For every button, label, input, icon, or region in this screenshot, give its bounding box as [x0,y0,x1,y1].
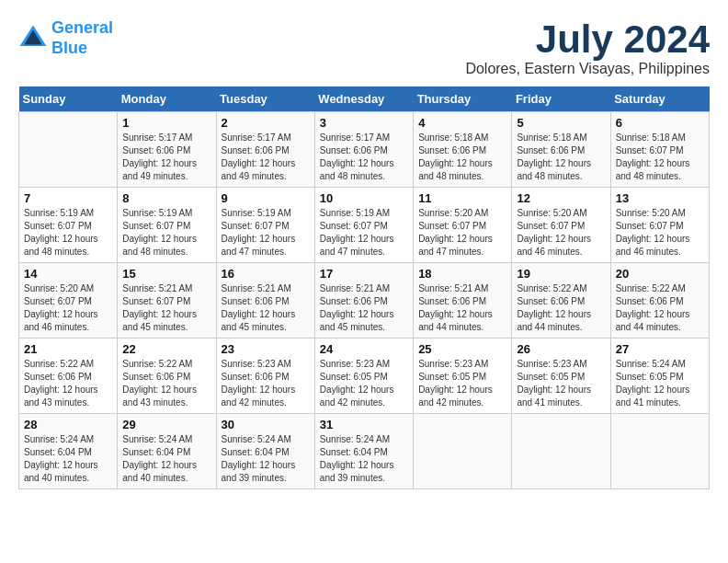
page-subtitle: Dolores, Eastern Visayas, Philippines [465,61,710,77]
day-detail: Sunrise: 5:24 AMSunset: 6:04 PMDaylight:… [122,433,210,485]
calendar-cell [19,112,118,188]
calendar-cell: 10Sunrise: 5:19 AMSunset: 6:07 PMDayligh… [314,188,413,263]
day-header-thursday: Thursday [414,86,512,112]
day-detail: Sunrise: 5:17 AMSunset: 6:06 PMDaylight:… [122,132,210,183]
day-header-saturday: Saturday [610,86,709,112]
day-detail: Sunrise: 5:19 AMSunset: 6:07 PMDaylight:… [122,207,210,259]
week-row-1: 1Sunrise: 5:17 AMSunset: 6:06 PMDaylight… [19,112,710,188]
week-row-4: 21Sunrise: 5:22 AMSunset: 6:06 PMDayligh… [19,339,710,414]
day-number: 25 [418,342,506,356]
week-row-3: 14Sunrise: 5:20 AMSunset: 6:07 PMDayligh… [19,263,710,339]
calendar-cell [610,414,709,489]
day-number: 23 [222,342,310,356]
calendar-cell [414,414,512,489]
day-detail: Sunrise: 5:22 AMSunset: 6:06 PMDaylight:… [24,358,112,409]
day-detail: Sunrise: 5:24 AMSunset: 6:04 PMDaylight:… [222,433,310,485]
day-header-wednesday: Wednesday [314,86,413,112]
day-number: 17 [320,267,408,281]
day-number: 24 [320,342,408,356]
calendar-cell: 13Sunrise: 5:20 AMSunset: 6:07 PMDayligh… [610,188,709,263]
calendar-cell: 18Sunrise: 5:21 AMSunset: 6:06 PMDayligh… [414,263,512,339]
logo-text: General Blue [51,18,113,58]
day-number: 29 [122,418,210,431]
day-detail: Sunrise: 5:22 AMSunset: 6:06 PMDaylight:… [122,358,210,409]
day-number: 9 [222,191,310,205]
day-detail: Sunrise: 5:23 AMSunset: 6:06 PMDaylight:… [222,358,310,409]
day-detail: Sunrise: 5:21 AMSunset: 6:06 PMDaylight:… [418,282,506,334]
day-detail: Sunrise: 5:22 AMSunset: 6:06 PMDaylight:… [616,282,704,334]
calendar-cell: 31Sunrise: 5:24 AMSunset: 6:04 PMDayligh… [314,414,413,489]
day-detail: Sunrise: 5:21 AMSunset: 6:07 PMDaylight:… [122,282,210,334]
day-number: 19 [517,267,605,281]
day-detail: Sunrise: 5:22 AMSunset: 6:06 PMDaylight:… [517,282,605,334]
day-detail: Sunrise: 5:20 AMSunset: 6:07 PMDaylight:… [24,282,112,334]
day-detail: Sunrise: 5:24 AMSunset: 6:05 PMDaylight:… [616,358,704,409]
calendar-table: SundayMondayTuesdayWednesdayThursdayFrid… [18,86,710,489]
day-number: 12 [517,191,605,205]
calendar-cell: 3Sunrise: 5:17 AMSunset: 6:06 PMDaylight… [314,112,413,188]
calendar-cell: 17Sunrise: 5:21 AMSunset: 6:06 PMDayligh… [314,263,413,339]
calendar-cell: 19Sunrise: 5:22 AMSunset: 6:06 PMDayligh… [512,263,610,339]
calendar-cell: 15Sunrise: 5:21 AMSunset: 6:07 PMDayligh… [118,263,216,339]
calendar-cell: 25Sunrise: 5:23 AMSunset: 6:05 PMDayligh… [414,339,512,414]
day-number: 22 [122,342,210,356]
day-header-monday: Monday [118,86,216,112]
day-detail: Sunrise: 5:18 AMSunset: 6:06 PMDaylight:… [517,132,605,183]
calendar-cell: 30Sunrise: 5:24 AMSunset: 6:04 PMDayligh… [216,414,314,489]
day-detail: Sunrise: 5:19 AMSunset: 6:07 PMDaylight:… [222,207,310,259]
day-detail: Sunrise: 5:20 AMSunset: 6:07 PMDaylight:… [418,207,506,259]
day-detail: Sunrise: 5:24 AMSunset: 6:04 PMDaylight:… [24,433,112,485]
day-detail: Sunrise: 5:21 AMSunset: 6:06 PMDaylight:… [222,282,310,334]
day-number: 26 [517,342,605,356]
calendar-cell: 14Sunrise: 5:20 AMSunset: 6:07 PMDayligh… [19,263,118,339]
day-detail: Sunrise: 5:23 AMSunset: 6:05 PMDaylight:… [517,358,605,409]
day-number: 13 [616,191,704,205]
day-detail: Sunrise: 5:17 AMSunset: 6:06 PMDaylight:… [222,132,310,183]
week-row-2: 7Sunrise: 5:19 AMSunset: 6:07 PMDaylight… [19,188,710,263]
day-number: 14 [24,267,112,281]
day-number: 5 [517,116,605,130]
day-detail: Sunrise: 5:17 AMSunset: 6:06 PMDaylight:… [320,132,408,183]
header: General Blue July 2024 Dolores, Eastern … [18,18,710,77]
days-header-row: SundayMondayTuesdayWednesdayThursdayFrid… [19,86,710,112]
day-number: 1 [122,116,210,130]
day-number: 31 [320,418,408,431]
calendar-cell: 16Sunrise: 5:21 AMSunset: 6:06 PMDayligh… [216,263,314,339]
calendar-cell: 21Sunrise: 5:22 AMSunset: 6:06 PMDayligh… [19,339,118,414]
calendar-cell: 12Sunrise: 5:20 AMSunset: 6:07 PMDayligh… [512,188,610,263]
day-detail: Sunrise: 5:21 AMSunset: 6:06 PMDaylight:… [320,282,408,334]
day-header-tuesday: Tuesday [216,86,314,112]
logo-icon [18,24,48,53]
calendar-cell: 29Sunrise: 5:24 AMSunset: 6:04 PMDayligh… [118,414,216,489]
day-number: 27 [616,342,704,356]
calendar-cell: 9Sunrise: 5:19 AMSunset: 6:07 PMDaylight… [216,188,314,263]
day-detail: Sunrise: 5:19 AMSunset: 6:07 PMDaylight:… [320,207,408,259]
day-number: 28 [24,418,112,431]
day-number: 10 [320,191,408,205]
title-block: July 2024 Dolores, Eastern Visayas, Phil… [465,18,710,77]
calendar-cell: 2Sunrise: 5:17 AMSunset: 6:06 PMDaylight… [216,112,314,188]
day-detail: Sunrise: 5:20 AMSunset: 6:07 PMDaylight:… [616,207,704,259]
calendar-cell: 28Sunrise: 5:24 AMSunset: 6:04 PMDayligh… [19,414,118,489]
calendar-cell: 1Sunrise: 5:17 AMSunset: 6:06 PMDaylight… [118,112,216,188]
calendar-cell: 23Sunrise: 5:23 AMSunset: 6:06 PMDayligh… [216,339,314,414]
day-number: 3 [320,116,408,130]
page-title: July 2024 [465,18,710,61]
calendar-cell: 24Sunrise: 5:23 AMSunset: 6:05 PMDayligh… [314,339,413,414]
calendar-cell: 20Sunrise: 5:22 AMSunset: 6:06 PMDayligh… [610,263,709,339]
day-number: 30 [222,418,310,431]
calendar-cell [512,414,610,489]
day-header-sunday: Sunday [19,86,118,112]
day-detail: Sunrise: 5:18 AMSunset: 6:06 PMDaylight:… [418,132,506,183]
day-detail: Sunrise: 5:20 AMSunset: 6:07 PMDaylight:… [517,207,605,259]
calendar-cell: 7Sunrise: 5:19 AMSunset: 6:07 PMDaylight… [19,188,118,263]
calendar-cell: 6Sunrise: 5:18 AMSunset: 6:07 PMDaylight… [610,112,709,188]
day-number: 18 [418,267,506,281]
week-row-5: 28Sunrise: 5:24 AMSunset: 6:04 PMDayligh… [19,414,710,489]
day-number: 16 [222,267,310,281]
calendar-cell: 4Sunrise: 5:18 AMSunset: 6:06 PMDaylight… [414,112,512,188]
day-detail: Sunrise: 5:23 AMSunset: 6:05 PMDaylight:… [320,358,408,409]
calendar-cell: 22Sunrise: 5:22 AMSunset: 6:06 PMDayligh… [118,339,216,414]
logo-line1: General [51,18,113,37]
day-number: 6 [616,116,704,130]
